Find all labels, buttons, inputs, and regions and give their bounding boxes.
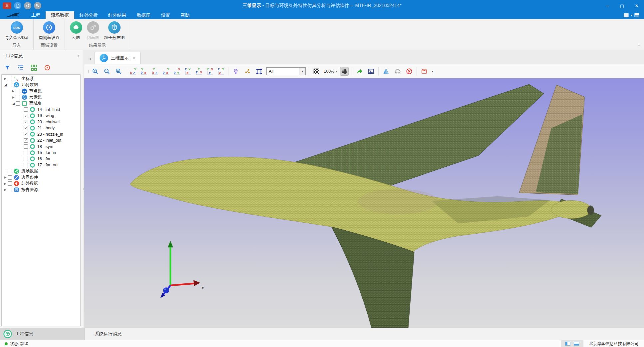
- layout-icon[interactable]: [634, 13, 639, 17]
- tree-item[interactable]: 16 - far: [2, 156, 80, 162]
- tree-checkbox[interactable]: [8, 181, 12, 186]
- tree-checkbox[interactable]: [8, 169, 12, 173]
- redo-icon[interactable]: ↻: [34, 2, 41, 9]
- minimize-button[interactable]: ─: [600, 0, 615, 11]
- mesh-grid-toggle[interactable]: [340, 67, 349, 76]
- tree-expander-icon[interactable]: ▶: [3, 188, 8, 191]
- tree-expander-icon[interactable]: ◢: [11, 102, 16, 105]
- snapshot-button[interactable]: [367, 67, 375, 76]
- tree-item[interactable]: ✓22 - inlet_out: [2, 137, 80, 144]
- tree-expander-icon[interactable]: ▶: [3, 176, 8, 179]
- menu-item-6[interactable]: 设置: [156, 11, 175, 19]
- menu-item-1[interactable]: 工程: [26, 11, 46, 19]
- tree-expander-icon[interactable]: ▶: [3, 182, 8, 185]
- ribbon-collapse-button[interactable]: ⌃: [638, 44, 641, 48]
- tree-item[interactable]: ✓19 - wing: [2, 113, 80, 119]
- target-icon[interactable]: [44, 64, 51, 71]
- view-iso-1-button[interactable]: ZXY: [195, 67, 203, 75]
- tree-expander-icon[interactable]: ◢: [3, 83, 8, 87]
- tree-checkbox[interactable]: ✓: [24, 126, 28, 130]
- tree-item[interactable]: 15 - far_in: [2, 150, 80, 156]
- menu-item-2[interactable]: 流场数据: [46, 11, 74, 19]
- tree-item[interactable]: ✓20 - chuiwei: [2, 119, 80, 125]
- tree-item[interactable]: 14 - int_fluid: [2, 107, 80, 113]
- ribbon-button[interactable]: 周期面设置: [37, 21, 61, 42]
- tree-item[interactable]: ▶节点集: [2, 88, 80, 94]
- tree-item[interactable]: 17 - far_out: [2, 162, 80, 168]
- tree-item[interactable]: ▶红外数据: [2, 181, 80, 187]
- tree-expander-icon[interactable]: ▶: [11, 96, 16, 99]
- tree-checkbox[interactable]: [16, 95, 20, 99]
- light-button[interactable]: [231, 67, 240, 76]
- tab-close-icon[interactable]: ×: [133, 55, 136, 61]
- tree-checkbox[interactable]: [24, 151, 28, 155]
- maximize-button[interactable]: ▢: [615, 0, 629, 11]
- ribbon-button[interactable]: cas导入Cas/Dat: [3, 21, 30, 42]
- view-top-button[interactable]: ZYX: [173, 67, 181, 75]
- panel-collapse-button[interactable]: ‹: [78, 53, 79, 59]
- combo-dropdown-icon[interactable]: ▾: [299, 68, 305, 75]
- tree-checkbox[interactable]: [24, 163, 28, 167]
- tree-checkbox[interactable]: ✓: [24, 114, 28, 118]
- tree-checkbox[interactable]: [24, 157, 28, 161]
- tree-item[interactable]: 18 - sym: [2, 144, 80, 150]
- tree-item[interactable]: ▶报告资源: [2, 187, 80, 193]
- tree-checkbox[interactable]: ✓: [24, 120, 28, 124]
- zoom-fit-button[interactable]: [114, 67, 123, 76]
- view-front-button[interactable]: XZY: [129, 67, 137, 75]
- tree-checkbox[interactable]: [24, 107, 28, 112]
- menu-item-3[interactable]: 红外分析: [74, 11, 103, 19]
- tree-item[interactable]: ▶元素集: [2, 94, 80, 101]
- filter-icon[interactable]: [4, 64, 11, 71]
- tree-checkbox[interactable]: ✓: [24, 132, 28, 136]
- tree-expander-icon[interactable]: ▶: [3, 77, 8, 80]
- menu-item-5[interactable]: 数据库: [132, 11, 156, 19]
- tree-item[interactable]: ✓21 - body: [2, 125, 80, 131]
- save-scene-button[interactable]: [420, 67, 429, 76]
- tree-item[interactable]: ◢几何数据: [2, 82, 80, 88]
- tree-item[interactable]: ▶边界条件: [2, 174, 80, 181]
- mirror-button[interactable]: [382, 67, 390, 76]
- transparency-button[interactable]: [312, 67, 321, 76]
- close-button[interactable]: ✕: [629, 0, 644, 11]
- toolbar-drag-handle[interactable]: ⁞⁞: [88, 69, 88, 74]
- theme-caret-icon[interactable]: ▾: [631, 13, 632, 17]
- tree-checkbox[interactable]: [16, 101, 20, 106]
- view-back-button[interactable]: ZXY: [140, 67, 148, 75]
- tree-item[interactable]: ✓23 - nozzle_in: [2, 131, 80, 138]
- viewport-3d[interactable]: x: [84, 78, 644, 328]
- zoom-level-dropdown[interactable]: 100% ▾: [324, 69, 337, 74]
- tree-checkbox[interactable]: [8, 188, 12, 192]
- display-filter-combo[interactable]: All ▾: [266, 67, 306, 75]
- outline-icon[interactable]: [17, 64, 24, 71]
- tab-scroll-left-icon[interactable]: ‹: [90, 55, 91, 61]
- zoom-in-button[interactable]: [91, 67, 100, 76]
- view-left-button[interactable]: XZY: [151, 67, 159, 75]
- view-iso-3-button[interactable]: ZYX: [217, 67, 225, 75]
- tree-checkbox[interactable]: [16, 89, 20, 93]
- tree-expander-icon[interactable]: ▶: [11, 89, 16, 93]
- tree-checkbox[interactable]: [8, 83, 12, 87]
- ribbon-button[interactable]: 云图: [68, 21, 84, 42]
- theme-icon[interactable]: [624, 13, 629, 17]
- menu-item-7[interactable]: 帮助: [175, 11, 195, 19]
- tree-item[interactable]: 流场数据: [2, 168, 80, 175]
- tree-checkbox[interactable]: ✓: [24, 138, 28, 143]
- view-iso-2-button[interactable]: YXZ: [206, 67, 214, 75]
- zoom-out-button[interactable]: [103, 67, 111, 76]
- particles-button[interactable]: [243, 67, 252, 76]
- layout-left-icon[interactable]: [565, 342, 570, 346]
- clear-button[interactable]: [405, 67, 414, 76]
- save-caret-icon[interactable]: ▾: [432, 69, 433, 73]
- project-info-footer-button[interactable]: 工程信息: [0, 328, 84, 340]
- undo-icon[interactable]: ↺: [24, 2, 31, 9]
- box-select-button[interactable]: [255, 67, 263, 76]
- app-menu-button[interactable]: ✕: [3, 2, 11, 9]
- tab-3d-display[interactable]: 三维显示 ×: [95, 52, 141, 64]
- document-icon[interactable]: [14, 2, 21, 9]
- grid4-icon[interactable]: [31, 64, 37, 71]
- tree-item[interactable]: ◢面域集: [2, 100, 80, 107]
- cloud-display-button[interactable]: [393, 67, 402, 76]
- tree-checkbox[interactable]: [24, 144, 28, 149]
- view-bottom-button[interactable]: ZYX: [184, 67, 192, 75]
